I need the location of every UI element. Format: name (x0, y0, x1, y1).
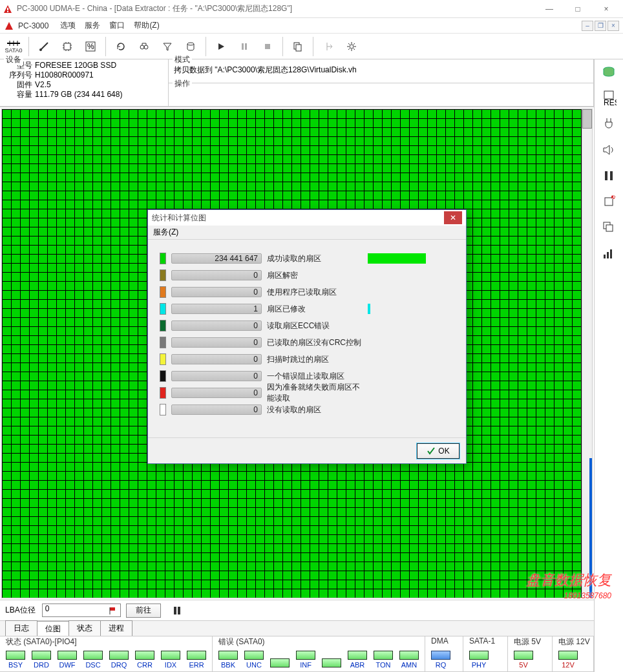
dialog-close-button[interactable]: ✕ (444, 211, 462, 224)
maximize-button[interactable]: □ (564, 0, 592, 17)
tab-log[interactable]: 日志 (5, 620, 37, 636)
dialog-titlebar[interactable]: 统计和计算位图 ✕ (148, 210, 466, 226)
svg-rect-9 (64, 43, 70, 50)
tools-icon (38, 41, 50, 52)
stat-label: 使用程序已读取扇区 (267, 287, 363, 298)
find-button[interactable] (133, 36, 155, 58)
model-value: FORESEE 120GB SSD (35, 61, 116, 70)
copy-icon (292, 41, 304, 52)
stop-button[interactable] (257, 36, 279, 58)
stat-row: 0使用程序已读取扇区 (160, 284, 454, 300)
mdi-minimize-button[interactable]: – (582, 21, 593, 31)
play-icon (216, 42, 226, 51)
stop-icon (263, 42, 272, 51)
stat-row: 0扇区解密 (160, 267, 454, 284)
status-group-sata0-title: 状态 (SATA0)-[PIO4] (4, 636, 79, 647)
exit-icon (322, 41, 334, 52)
stat-swatch (160, 253, 166, 264)
stat-swatch (160, 269, 166, 281)
stat-label: 成功读取的扇区 (267, 253, 363, 264)
stat-row: 0读取扇区ECC错误 (160, 317, 454, 334)
exit-button[interactable] (317, 36, 339, 58)
stat-label: 扇区已修改 (267, 304, 363, 315)
status-group-5v-title: 电源 5V (512, 636, 543, 647)
minimize-button[interactable]: — (535, 0, 564, 17)
flag-icon (109, 606, 118, 615)
menu-window[interactable]: 窗口 (109, 20, 125, 31)
watermark-line1: 盘音数据恢复 (526, 572, 611, 588)
svg-point-8 (39, 48, 42, 51)
svg-rect-25 (178, 607, 180, 614)
led-abr: ABR (346, 651, 369, 669)
tab-process[interactable]: 进程 (100, 620, 132, 636)
menu-options[interactable]: 选项 (60, 20, 76, 31)
brand-icon (4, 21, 14, 31)
database-icon (185, 41, 196, 52)
svg-rect-24 (174, 607, 176, 614)
stat-label: 一个错误阻止读取扇区 (267, 371, 363, 382)
dialog-menu-services[interactable]: 服务(Z) (153, 227, 178, 238)
go-button[interactable]: 前往 (126, 604, 161, 618)
serial-label: 序列号 (5, 70, 32, 80)
lba-input[interactable]: 0 (42, 604, 121, 617)
stat-minibar (368, 320, 426, 331)
serial-value: H10080R000971 (35, 70, 94, 80)
bottom-tabs: 日志 位图 状态 进程 (0, 620, 594, 636)
svg-rect-1 (7, 8, 8, 10)
tab-bitmap[interactable]: 位图 (37, 621, 69, 636)
stat-row: 234 441 647成功读取的扇区 (160, 250, 454, 267)
stat-minibar (368, 388, 426, 398)
led-crr: CRR (133, 651, 156, 669)
operation-panel: 操作 (168, 83, 594, 107)
stat-value: 0 (171, 388, 262, 398)
stat-value: 0 (171, 287, 262, 297)
reload-icon (115, 41, 127, 52)
side-plug-button[interactable] (600, 115, 618, 133)
play-button[interactable] (210, 36, 232, 58)
percent-button[interactable]: % (79, 36, 101, 58)
copy-button[interactable] (287, 36, 309, 58)
side-bars-button[interactable] (600, 244, 618, 262)
chip-button[interactable] (56, 36, 78, 58)
menu-help[interactable]: 帮助(Z) (134, 20, 159, 31)
svg-rect-38 (610, 249, 612, 258)
side-layers-button[interactable] (600, 218, 618, 236)
window-titlebar: PC-3000 UDMA-E - China - [Data Extractor… (0, 0, 623, 18)
stat-label: 已读取的扇区没有CRC控制 (267, 337, 363, 348)
mdi-restore-button[interactable]: ❐ (595, 21, 606, 31)
ok-button[interactable]: OK (417, 443, 459, 459)
mdi-close-button[interactable]: × (607, 21, 619, 31)
fw-value: V2.5 (35, 80, 51, 90)
status-group-12v: 电源 12V 12V (552, 636, 594, 672)
stat-minibar (368, 304, 426, 314)
svg-rect-2 (7, 11, 8, 12)
settings-button[interactable] (341, 36, 363, 58)
stat-row: 0没有读取的扇区 (160, 401, 454, 418)
svg-rect-37 (607, 252, 609, 258)
status-group-dma-title: DMA (429, 636, 450, 646)
status-group-12v-title: 电源 12V (556, 636, 592, 647)
stat-swatch (160, 353, 166, 365)
side-speaker-button[interactable] (600, 141, 618, 159)
side-reset-button[interactable]: RESET (600, 89, 618, 107)
tab-status[interactable]: 状态 (69, 620, 101, 636)
side-chip-button[interactable]: x (600, 193, 618, 211)
reload-button[interactable] (110, 36, 132, 58)
stat-value: 0 (171, 404, 262, 415)
tools-button[interactable] (33, 36, 55, 58)
stat-minibar (368, 253, 426, 264)
gear-icon (346, 41, 357, 52)
stat-swatch (160, 286, 166, 298)
close-button[interactable]: × (592, 0, 620, 17)
scrollbar-thumb[interactable] (582, 109, 592, 129)
menu-services[interactable]: 服务 (85, 20, 100, 31)
pause-button[interactable] (233, 36, 255, 58)
svg-rect-17 (245, 43, 247, 50)
control-row: LBA位径 0 前往 (0, 600, 594, 620)
svg-rect-22 (110, 607, 115, 611)
stat-value: 1 (171, 304, 262, 314)
binoculars-icon (138, 41, 150, 52)
percent-icon: % (85, 41, 96, 52)
side-pause-button[interactable] (600, 167, 618, 185)
side-disk-button[interactable] (600, 63, 618, 81)
